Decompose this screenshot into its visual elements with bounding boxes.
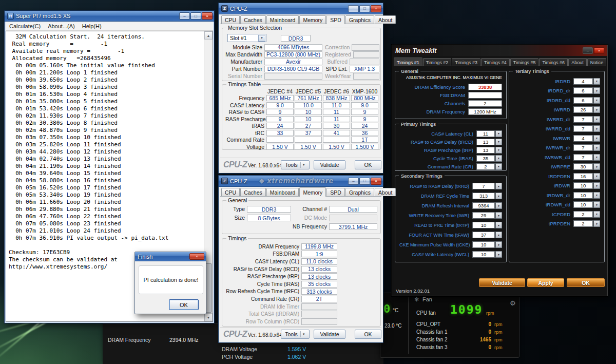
tab-graphics[interactable]: Graphics bbox=[345, 15, 374, 24]
timing-label: Cycle Time (tRAS) bbox=[399, 156, 476, 161]
chevron-down-icon[interactable]: ▼ bbox=[258, 35, 265, 42]
tab-mainboard[interactable]: Mainboard bbox=[266, 15, 299, 24]
tab-spd[interactable]: SPD bbox=[326, 15, 345, 24]
ok-button[interactable]: OK bbox=[169, 299, 199, 310]
gear-icon[interactable]: ⚙ bbox=[510, 299, 516, 307]
menu-help[interactable]: Help(H) bbox=[82, 23, 102, 29]
tab-timings-6[interactable]: Timings #6 bbox=[539, 58, 568, 66]
maximize-button[interactable]: □ bbox=[190, 12, 201, 20]
menu-about[interactable]: About...(A) bbox=[48, 23, 75, 29]
superpi-titlebar[interactable]: π Super PI / mod1.5 XS – □ × bbox=[5, 11, 214, 22]
ok-button[interactable]: OK bbox=[355, 160, 381, 169]
tab-timings-5[interactable]: Timings #5 bbox=[510, 58, 539, 66]
dropdown-arrow-icon[interactable]: ▼ bbox=[495, 147, 502, 154]
dropdown-arrow-icon[interactable]: ▼ bbox=[495, 163, 502, 170]
dropdown-arrow-icon[interactable]: ▼ bbox=[495, 241, 502, 248]
tab-mainboard[interactable]: Mainboard bbox=[266, 188, 299, 196]
dropdown-arrow-icon[interactable]: ▼ bbox=[593, 182, 600, 189]
timing-label: RAS# to CAS# Delay (tRCD) bbox=[399, 139, 476, 145]
dropdown-arrow-icon[interactable]: ▼ bbox=[495, 202, 502, 209]
tab-timings-4[interactable]: Timings #4 bbox=[481, 58, 510, 66]
close-button[interactable]: × bbox=[371, 5, 381, 12]
tab-timings-3[interactable]: Timings #3 bbox=[452, 58, 480, 66]
dropdown-arrow-icon[interactable]: ▼ bbox=[593, 106, 600, 113]
dropdown-arrow-icon[interactable]: ▼ bbox=[593, 220, 600, 227]
tab-spd[interactable]: SPD bbox=[326, 188, 345, 196]
dropdown-arrow-icon[interactable]: ▼ bbox=[495, 232, 502, 238]
minimize-button[interactable]: – bbox=[348, 178, 359, 185]
tools-button[interactable]: Tools▼ bbox=[281, 160, 310, 169]
menu-calculate[interactable]: Calculate(C) bbox=[9, 23, 41, 29]
validate-button[interactable]: Validate bbox=[314, 160, 345, 169]
maximize-button[interactable]: □ bbox=[359, 5, 370, 12]
field-label: Registered bbox=[325, 51, 353, 58]
tab-timings-2[interactable]: Timings #2 bbox=[423, 58, 452, 66]
dropdown-arrow-icon[interactable]: ▼ bbox=[593, 87, 600, 94]
validate-button[interactable]: Validate bbox=[479, 278, 525, 287]
tab-cpu[interactable]: CPU bbox=[221, 188, 240, 196]
slot-selector-combo[interactable]: Slot #1 ▼ bbox=[227, 34, 266, 42]
tab-memory[interactable]: Memory bbox=[299, 187, 326, 197]
close-button[interactable]: × bbox=[594, 47, 604, 54]
dropdown-arrow-icon[interactable]: ▼ bbox=[593, 154, 600, 161]
minimize-button[interactable]: – bbox=[348, 5, 359, 12]
table-cell bbox=[295, 137, 322, 143]
dropdown-arrow-icon[interactable]: ▼ bbox=[495, 139, 502, 145]
cpuz-titlebar[interactable]: Z CPU-Z – □ × bbox=[219, 176, 383, 187]
dropdown-arrow-icon[interactable]: ▼ bbox=[495, 212, 502, 219]
dropdown-arrow-icon[interactable]: ▼ bbox=[593, 97, 600, 104]
minimize-button[interactable]: – bbox=[179, 12, 190, 20]
dropdown-arrow-icon[interactable]: ▼ bbox=[495, 155, 502, 162]
timing-row: tPRPDEN 2 ▼ bbox=[513, 219, 600, 229]
timing-label: Cycle Time (tRAS) bbox=[224, 281, 301, 287]
close-button[interactable]: × bbox=[202, 12, 213, 20]
tab-notice[interactable]: Notice bbox=[587, 58, 607, 66]
dropdown-arrow-icon[interactable]: ▼ bbox=[495, 183, 502, 189]
dropdown-arrow-icon[interactable]: ▼ bbox=[593, 144, 600, 151]
cpuz-titlebar[interactable]: Z CPU-Z – □ × bbox=[219, 3, 383, 14]
dropdown-arrow-icon[interactable]: ▼ bbox=[593, 163, 600, 170]
timing-value: 313 bbox=[472, 193, 495, 199]
field-row: Max Bandwidth PC3-12800 (800 MHz) bbox=[224, 51, 325, 58]
row-label: CAS# Latency bbox=[225, 102, 266, 108]
scroll-up-arrow-icon[interactable]: ▲ bbox=[204, 31, 213, 40]
memtweakit-titlebar[interactable]: Mem TweakIt – × bbox=[392, 45, 607, 56]
timing-value: 7 bbox=[573, 144, 593, 151]
tab-caches[interactable]: Caches bbox=[240, 188, 266, 196]
dropdown-arrow-icon[interactable]: ▼ bbox=[593, 173, 600, 180]
close-button[interactable]: × bbox=[189, 253, 204, 260]
tab-timings-1[interactable]: Timings #1 bbox=[394, 58, 422, 66]
dropdown-arrow-icon[interactable]: ▼ bbox=[495, 193, 502, 199]
timing-value: 2T bbox=[301, 296, 337, 302]
dropdown-arrow-icon[interactable]: ▼ bbox=[495, 251, 502, 258]
table-cell: 36 bbox=[351, 130, 378, 136]
dropdown-arrow-icon[interactable]: ▼ bbox=[593, 135, 600, 142]
finish-titlebar[interactable]: Finish × bbox=[135, 252, 206, 261]
dropdown-arrow-icon[interactable]: ▼ bbox=[495, 130, 502, 137]
tools-button[interactable]: Tools▼ bbox=[281, 330, 310, 339]
close-button[interactable]: × bbox=[371, 178, 381, 185]
ok-button[interactable]: OK bbox=[567, 278, 605, 287]
maximize-button[interactable]: □ bbox=[359, 178, 370, 185]
tab-cpu[interactable]: CPU bbox=[221, 15, 240, 24]
dropdown-arrow-icon[interactable]: ▼ bbox=[593, 78, 600, 85]
tab-about[interactable]: About bbox=[375, 188, 396, 196]
minimize-button[interactable]: – bbox=[583, 47, 593, 54]
dropdown-arrow-icon[interactable]: ▼ bbox=[593, 192, 600, 199]
tab-about[interactable]: About bbox=[568, 58, 587, 66]
channel-value: Dual bbox=[329, 206, 377, 213]
tab-caches[interactable]: Caches bbox=[240, 15, 266, 24]
dropdown-arrow-icon[interactable]: ▼ bbox=[593, 211, 600, 218]
tab-graphics[interactable]: Graphics bbox=[345, 188, 374, 196]
ok-button[interactable]: OK bbox=[355, 330, 381, 339]
tab-memory[interactable]: Memory bbox=[299, 15, 326, 24]
tab-about[interactable]: About bbox=[375, 15, 396, 24]
apply-button[interactable]: Apply bbox=[527, 278, 564, 287]
dropdown-arrow-icon[interactable]: ▼ bbox=[593, 125, 600, 132]
scroll-down-arrow-icon[interactable]: ▼ bbox=[204, 313, 213, 321]
dropdown-arrow-icon[interactable]: ▼ bbox=[593, 201, 600, 208]
timing-label: tPRPDEN bbox=[513, 221, 573, 226]
dropdown-arrow-icon[interactable]: ▼ bbox=[593, 116, 600, 123]
dropdown-arrow-icon[interactable]: ▼ bbox=[495, 222, 502, 228]
validate-button[interactable]: Validate bbox=[314, 330, 345, 339]
